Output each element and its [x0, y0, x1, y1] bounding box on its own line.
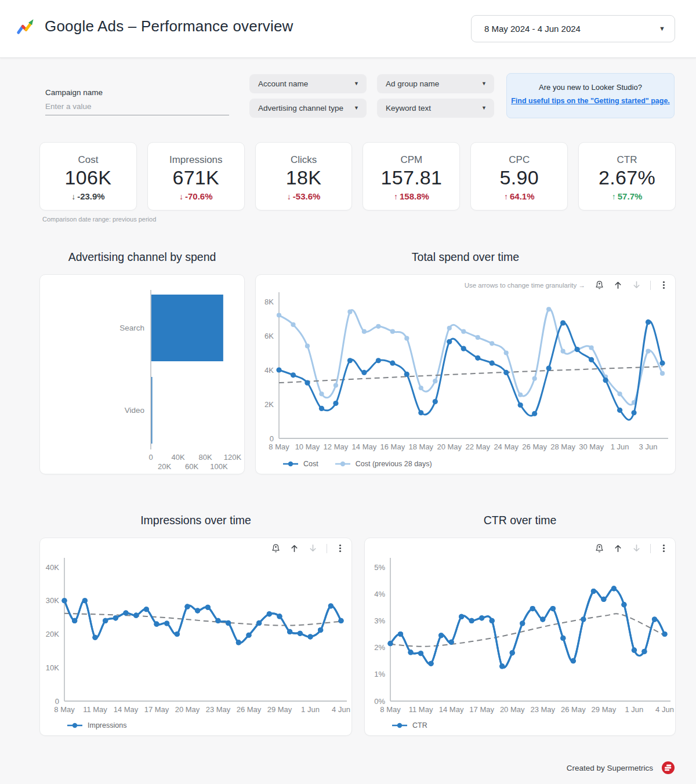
svg-text:17 May: 17 May	[469, 705, 494, 714]
chart-title: CTR over time	[364, 513, 676, 528]
svg-text:3%: 3%	[374, 616, 385, 625]
svg-text:20 May: 20 May	[500, 705, 525, 714]
channel-spend-bar-chart[interactable]: SearchVideo040K80K120K20K60K100K	[40, 275, 244, 474]
legend-item[interactable]: Impressions	[67, 721, 126, 729]
svg-text:40K: 40K	[171, 453, 184, 462]
campaign-name-label: Campaign name	[45, 88, 103, 97]
granularity-down-arrow-icon[interactable]	[632, 543, 641, 553]
granularity-up-arrow-icon[interactable]	[289, 543, 299, 553]
arrow-up-icon: ↑	[394, 192, 398, 201]
metric-delta: ↑64.1%	[471, 191, 567, 201]
svg-text:1 Jun: 1 Jun	[611, 442, 629, 451]
svg-text:60K: 60K	[185, 462, 198, 471]
legend-item[interactable]: CTR	[392, 721, 427, 729]
svg-text:30 May: 30 May	[579, 442, 604, 451]
svg-text:23 May: 23 May	[206, 705, 231, 714]
getting-started-link[interactable]: Find useful tips on the "Getting started…	[511, 97, 670, 105]
svg-text:6K: 6K	[264, 332, 274, 340]
date-range-value: 8 May 2024 - 4 Jun 2024	[484, 24, 581, 34]
chart-controls	[271, 543, 345, 553]
filter-chip-label: Account name	[258, 79, 308, 88]
metric-value: 18K	[256, 166, 352, 189]
series-ctr	[387, 586, 667, 669]
chevron-down-icon: ▼	[659, 26, 665, 32]
filter-chip-ad-group-name[interactable]: Ad group name ▼	[377, 74, 494, 93]
chart-legend: CTR	[392, 721, 427, 729]
report-brand: Google Ads – Performance overview	[16, 17, 293, 35]
chart-title: Advertising channel by spend	[39, 249, 245, 264]
footer-credit: Created by Supermetrics	[567, 761, 675, 775]
legend-item[interactable]: Cost (previous 28 days)	[335, 460, 432, 468]
svg-text:120K: 120K	[224, 453, 242, 462]
svg-text:0: 0	[55, 697, 59, 706]
campaign-name-filter: Campaign name	[45, 87, 229, 115]
svg-text:4 Jun: 4 Jun	[655, 705, 674, 714]
granularity-down-arrow-icon[interactable]	[308, 543, 318, 553]
filter-chip-account-name[interactable]: Account name ▼	[249, 74, 367, 93]
more-options-icon[interactable]	[336, 543, 345, 553]
filter-chip-label: Ad group name	[386, 79, 439, 88]
page-title: Google Ads – Performance overview	[45, 17, 293, 35]
divider	[650, 544, 651, 553]
filter-chip-keyword-text[interactable]: Keyword text ▼	[377, 99, 494, 118]
info-question: Are you new to Looker Studio?	[507, 83, 674, 92]
svg-text:4K: 4K	[264, 366, 274, 375]
scorecard-impressions: Impressions 671K ↓-70.6%	[147, 142, 245, 210]
svg-text:Search: Search	[119, 324, 144, 332]
svg-text:20K: 20K	[46, 630, 59, 638]
svg-text:8K: 8K	[264, 297, 274, 306]
ctr-card: 0%1%2%3%4%5%8 May11 May14 May17 May20 Ma…	[364, 538, 676, 736]
svg-text:26 May: 26 May	[237, 705, 262, 714]
svg-text:10 May: 10 May	[295, 442, 320, 451]
more-options-icon[interactable]	[659, 543, 668, 553]
metric-label: Impressions	[148, 154, 244, 166]
chart-legend: CostCost (previous 28 days)	[282, 460, 432, 468]
metric-delta: ↓-53.6%	[256, 191, 352, 201]
svg-text:0: 0	[148, 453, 153, 462]
arrow-up-icon: ↑	[504, 192, 508, 201]
metric-label: CPM	[363, 154, 459, 166]
legend-item[interactable]: Cost	[282, 460, 318, 468]
svg-text:20K: 20K	[158, 462, 171, 471]
svg-text:80K: 80K	[198, 453, 212, 462]
metric-label: CTR	[579, 154, 675, 166]
filter-chip-advertising-channel-type[interactable]: Advertising channel type ▼	[249, 99, 367, 118]
total-spend-line-chart[interactable]: 02K4K6K8K8 May10 May12 May14 May16 May18…	[256, 275, 676, 474]
granularity-up-arrow-icon[interactable]	[613, 280, 623, 290]
alert-bell-icon[interactable]	[594, 280, 604, 290]
svg-text:17 May: 17 May	[144, 705, 169, 714]
svg-text:4 Jun: 4 Jun	[332, 705, 350, 714]
ctr-line-chart[interactable]: 0%1%2%3%4%5%8 May11 May14 May17 May20 Ma…	[365, 538, 675, 735]
supermetrics-logo[interactable]	[661, 761, 675, 775]
more-options-icon[interactable]	[659, 280, 668, 290]
granularity-hint: Use arrows to change time granularity →	[465, 282, 585, 289]
campaign-name-input[interactable]	[45, 97, 229, 115]
svg-text:0%: 0%	[374, 697, 385, 706]
svg-text:14 May: 14 May	[439, 705, 464, 714]
granularity-up-arrow-icon[interactable]	[613, 543, 623, 553]
scorecard-cost: Cost 106K ↓-23.9%	[39, 142, 137, 210]
scorecard-cpc: CPC 5.90 ↑64.1%	[470, 142, 568, 210]
svg-text:Video: Video	[125, 406, 144, 415]
app-header: Google Ads – Performance overview 8 May …	[0, 0, 696, 58]
google-ads-trend-icon	[16, 18, 34, 35]
metric-value: 671K	[148, 166, 244, 189]
alert-bell-icon[interactable]	[594, 543, 604, 553]
svg-text:18 May: 18 May	[408, 442, 433, 451]
svg-text:5%: 5%	[374, 563, 385, 572]
arrow-down-icon: ↓	[179, 192, 183, 201]
alert-bell-icon[interactable]	[271, 543, 281, 553]
date-range-selector[interactable]: 8 May 2024 - 4 Jun 2024 ▼	[471, 15, 675, 42]
impressions-line-chart[interactable]: 010K20K30K40K8 May11 May14 May17 May20 M…	[40, 538, 351, 735]
metric-value: 106K	[40, 166, 136, 189]
granularity-down-arrow-icon[interactable]	[632, 280, 641, 290]
comparison-note: Comparison date range: previous period	[42, 216, 156, 223]
svg-text:2%: 2%	[374, 643, 385, 652]
svg-text:20 May: 20 May	[175, 705, 200, 714]
svg-text:24 May: 24 May	[494, 442, 519, 451]
chart-legend: Impressions	[67, 721, 126, 729]
chart-title: Impressions over time	[39, 513, 352, 528]
metric-value: 2.67%	[579, 166, 675, 189]
svg-text:30K: 30K	[46, 596, 59, 605]
trend-line	[390, 614, 665, 646]
